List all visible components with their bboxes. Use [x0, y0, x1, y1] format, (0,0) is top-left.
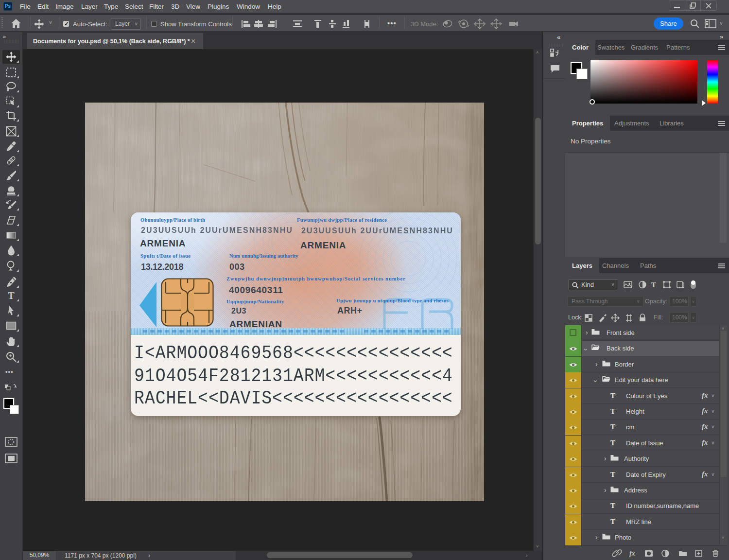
svg-text:fx: fx	[629, 550, 635, 557]
svg-text:T: T	[651, 281, 656, 289]
